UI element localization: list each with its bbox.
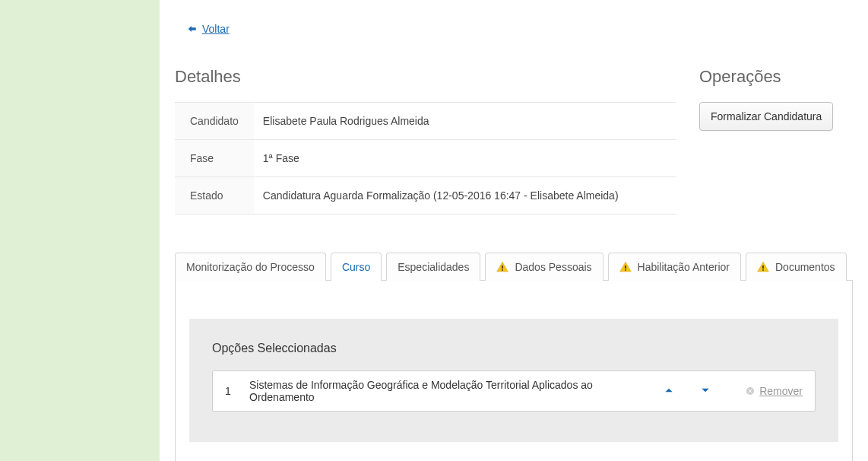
selected-options-title: Opções Seleccionadas [212, 342, 816, 355]
details-row-label: Estado [175, 177, 254, 215]
tab-monitorizacao[interactable]: Monitorização do Processo [175, 253, 326, 281]
selected-options-box: Opções Seleccionadas 1 Sistemas de Infor… [189, 319, 838, 442]
tab-label: Curso [342, 261, 370, 273]
move-down-button[interactable] [694, 382, 717, 401]
details-row-value: Candidatura Aguarda Formalização (12-05-… [254, 177, 676, 215]
tab-curso[interactable]: Curso [331, 253, 382, 281]
chevron-up-icon [664, 385, 674, 396]
tab-documentos[interactable]: Documentos [746, 253, 847, 281]
remove-option-link[interactable]: Remover [746, 385, 803, 397]
tab-label: Monitorização do Processo [186, 261, 315, 273]
tab-habilitacao-anterior[interactable]: Habilitação Anterior [608, 253, 741, 281]
operations-heading: Operações [699, 67, 851, 87]
details-row-value: 1ª Fase [254, 140, 676, 177]
tab-especialidades[interactable]: Especialidades [386, 253, 480, 281]
main-content: Voltar Detalhes Candidato Elisabete Paul… [160, 0, 868, 461]
back-arrow-icon [187, 24, 198, 34]
tab-label: Dados Pessoais [515, 261, 591, 273]
sidebar-nav-region [0, 0, 160, 461]
option-name: Sistemas de Informação Geográfica e Mode… [249, 379, 644, 403]
back-link[interactable]: Voltar [187, 23, 230, 35]
details-row: Estado Candidatura Aguarda Formalização … [175, 177, 676, 215]
tab-label: Habilitação Anterior [638, 261, 730, 273]
details-row: Fase 1ª Fase [175, 140, 676, 177]
formalize-button[interactable]: Formalizar Candidatura [699, 102, 833, 131]
tab-label: Especialidades [398, 261, 469, 273]
option-index: 1 [225, 385, 236, 397]
chevron-down-icon [700, 385, 711, 396]
details-table: Candidato Elisabete Paula Rodrigues Alme… [175, 102, 676, 215]
tab-dados-pessoais[interactable]: Dados Pessoais [485, 253, 603, 281]
details-row-value: Elisabete Paula Rodrigues Almeida [254, 103, 676, 140]
warning-icon [619, 261, 632, 273]
warning-icon [496, 261, 508, 273]
details-row-label: Fase [175, 140, 254, 177]
remove-label: Remover [759, 385, 803, 397]
details-row-label: Candidato [175, 103, 254, 140]
back-link-label: Voltar [202, 23, 230, 35]
details-heading: Detalhes [175, 67, 676, 87]
tab-panel-curso: Opções Seleccionadas 1 Sistemas de Infor… [175, 280, 853, 461]
remove-icon [746, 386, 755, 396]
option-row: 1 Sistemas de Informação Geográfica e Mo… [212, 370, 816, 412]
tabs-list: Monitorização do Processo Curso Especial… [175, 253, 853, 281]
tab-label: Documentos [775, 261, 835, 273]
details-row: Candidato Elisabete Paula Rodrigues Alme… [175, 103, 676, 140]
move-up-button[interactable] [657, 382, 680, 401]
warning-icon [757, 261, 769, 273]
